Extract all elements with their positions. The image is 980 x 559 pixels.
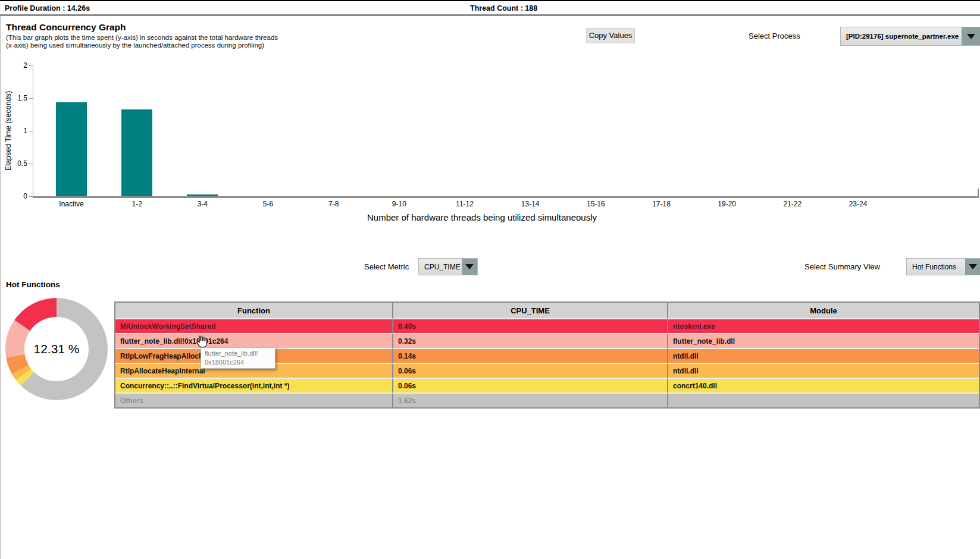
select-process-label: Select Process (749, 32, 800, 40)
dropdown-arrow-icon[interactable] (965, 259, 980, 275)
donut-center-percentage: 12.31 % (24, 317, 89, 381)
cpu-time-cell: 0.06s (393, 364, 668, 379)
thread-count-label: Thread Count : 188 (470, 4, 537, 12)
x-category-label: 7-8 (309, 200, 359, 208)
x-category-label: 1-2 (112, 200, 162, 208)
column-header-module: Module (668, 303, 979, 319)
dropdown-arrow-icon[interactable] (962, 27, 980, 45)
x-category-label: 3-4 (177, 200, 227, 208)
module-cell (668, 394, 979, 407)
cpu-time-cell: 0.14s (393, 349, 668, 364)
y-tick-mark (29, 65, 33, 66)
module-cell: ntdll.dll (668, 364, 979, 379)
tooltip-line2: 0x18001c264 (205, 358, 271, 367)
select-metric-value: CPU_TIME (419, 263, 462, 271)
y-tick-mark (29, 98, 33, 99)
cpu-time-cell: 0.06s (393, 379, 668, 394)
x-category-label: 13-14 (505, 200, 555, 208)
x-category-label: 5-6 (243, 200, 293, 208)
profile-duration-label: Profile Duration : 14.26s (5, 4, 90, 12)
table-row[interactable]: Concurrency::..::FindVirtualProcessor(in… (115, 379, 979, 394)
select-summary-view-dropdown[interactable]: Hot Functions (906, 258, 980, 275)
page-title: Thread Concurrency Graph (6, 22, 126, 33)
page-description-line2: (x-axis) being used simultaneously by th… (6, 42, 264, 49)
page-description-line1: (This bar graph plots the time spent (y-… (6, 34, 278, 41)
y-tick-mark (29, 131, 33, 131)
top-status-bar: Profile Duration : 14.26s Thread Count :… (0, 0, 980, 15)
y-tick-label: 0 (6, 191, 27, 201)
column-header-cpu-time: CPU_TIME (393, 303, 668, 319)
select-summary-view-value: Hot Functions (907, 263, 965, 271)
cursor-pointer-icon (195, 334, 208, 351)
hot-functions-section-title: Hot Functions (6, 280, 60, 289)
y-axis-line (33, 65, 33, 197)
module-cell: flutter_note_lib.dll (668, 334, 979, 349)
select-summary-view-label: Select Summary View (804, 262, 880, 271)
module-cell: ntoskrnl.exe (668, 319, 979, 334)
table-row[interactable]: Others1.62s (115, 394, 979, 407)
cpu-time-cell: 1.62s (393, 394, 668, 407)
module-cell: ntdll.dll (668, 349, 979, 364)
left-border-line (0, 16, 1, 559)
function-cell: Others (115, 394, 393, 407)
x-axis-line (33, 196, 979, 198)
x-category-label: Inactive (46, 200, 96, 208)
y-tick-label: 1.5 (6, 93, 27, 103)
dropdown-arrow-icon[interactable] (462, 259, 477, 275)
tooltip-line1: flutter_note_lib.dll! (205, 349, 271, 358)
y-tick-label: 0.5 (6, 159, 27, 168)
bar-Inactive[interactable] (56, 102, 87, 196)
table-header-row: Function CPU_TIME Module (115, 303, 979, 319)
copy-values-button[interactable]: Copy Values (586, 28, 635, 43)
x-category-label: 11-12 (440, 200, 490, 208)
function-tooltip: flutter_note_lib.dll! 0x18001c264 (201, 347, 275, 369)
x-category-label: 19-20 (702, 200, 752, 208)
table-row[interactable]: MiUnlockWorkingSetShared0.40sntoskrnl.ex… (115, 319, 979, 334)
select-process-value: [PID:29176] supernote_partner.exe (841, 33, 962, 40)
column-header-function: Function (115, 303, 393, 319)
cpu-time-cell: 0.40s (393, 319, 668, 334)
hot-functions-donut-chart: 12.31 % (5, 298, 108, 400)
select-metric-label: Select Metric (364, 262, 409, 271)
cpu-time-cell: 0.32s (393, 334, 668, 349)
function-cell: Concurrency::..::FindVirtualProcessor(in… (115, 379, 393, 394)
bar-3-4[interactable] (187, 194, 218, 196)
x-category-label: 9-10 (374, 200, 424, 208)
x-category-label: 17-18 (637, 200, 687, 208)
x-axis-end-tick (978, 189, 979, 197)
y-tick-label: 2 (6, 61, 27, 70)
x-category-label: 23-24 (833, 200, 883, 208)
select-process-dropdown[interactable]: [PID:29176] supernote_partner.exe (840, 27, 980, 46)
y-tick-label: 1 (6, 126, 27, 136)
topbar-separator (0, 14, 980, 16)
function-cell: MiUnlockWorkingSetShared (115, 319, 393, 334)
select-metric-dropdown[interactable]: CPU_TIME (418, 258, 478, 275)
x-axis-title: Number of hardware threads being utilize… (33, 212, 931, 222)
x-category-label: 15-16 (571, 200, 621, 208)
bar-1-2[interactable] (121, 109, 152, 196)
module-cell: concrt140.dll (668, 379, 979, 394)
profiler-summary-page: Profile Duration : 14.26s Thread Count :… (0, 0, 980, 559)
x-category-label: 21-22 (768, 200, 818, 208)
y-tick-mark (29, 196, 33, 197)
y-tick-mark (29, 164, 33, 164)
